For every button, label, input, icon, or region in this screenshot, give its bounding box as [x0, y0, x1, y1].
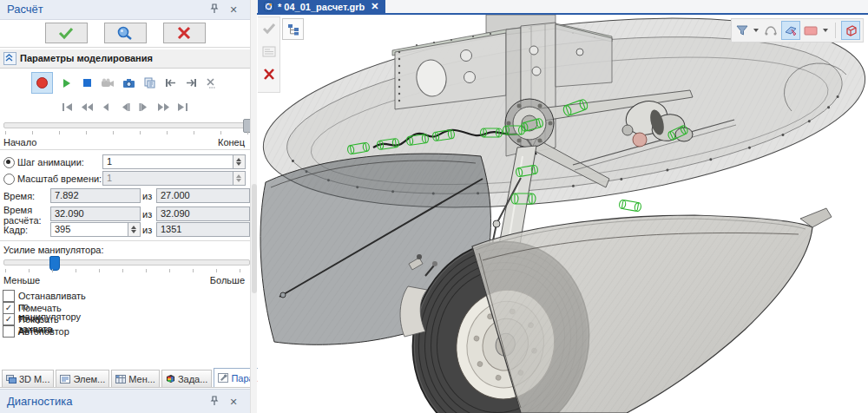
copy-frames-icon[interactable]	[142, 75, 157, 90]
time-scale-input[interactable]: 1	[102, 171, 246, 186]
force-slider[interactable]	[3, 259, 250, 266]
record-button[interactable]	[31, 72, 53, 94]
section-header[interactable]: Параметры моделирования	[0, 49, 250, 69]
checkbox: ✓	[3, 302, 15, 314]
skip-start-button[interactable]	[61, 100, 76, 114]
application-window: Расчёт ✕ Пара	[0, 0, 868, 413]
selectable-elements-icon[interactable]	[762, 21, 779, 40]
apply-disabled-icon	[258, 17, 279, 40]
photo-camera-icon[interactable]	[122, 75, 136, 90]
tab-menu[interactable]: Мен...	[111, 370, 160, 387]
frame-spinner[interactable]	[128, 223, 140, 236]
frame-back-button[interactable]	[118, 100, 133, 114]
force-less-label: Меньше	[3, 275, 40, 285]
time-total: 27.000	[156, 188, 250, 203]
force-label: Усилие манипулятора:	[3, 245, 103, 255]
timeline-ticks	[5, 131, 248, 134]
frame-label: Кадр:	[3, 225, 28, 235]
calculation-panel: Расчёт ✕ Пара	[0, 0, 250, 413]
tab-elements[interactable]: Элем...	[56, 370, 109, 387]
step-spinner[interactable]	[233, 155, 245, 168]
properties-disabled-icon	[258, 40, 279, 62]
frame-forward-button[interactable]	[137, 100, 152, 114]
time-value: 7.892	[50, 188, 141, 203]
calc-time-label: Время расчёта:	[3, 205, 47, 226]
diagnostics-pin-icon[interactable]	[208, 396, 220, 408]
video-camera-icon[interactable]	[101, 75, 115, 90]
frame-total: 1351	[156, 222, 250, 237]
panel-titlebar: Расчёт ✕	[0, 0, 250, 20]
timeline-end-label: Конец	[218, 137, 245, 148]
ok-button[interactable]	[45, 23, 88, 43]
document-tab-label: * 04_01_расчет.grb	[278, 2, 365, 12]
rewind-button[interactable]	[80, 100, 95, 114]
checkbox: ✓	[3, 313, 15, 325]
record-toolbar	[0, 71, 250, 95]
panel-close-icon[interactable]: ✕	[227, 3, 240, 16]
document-tab[interactable]: * 04_01_расчет.grb ✕	[258, 0, 385, 13]
play-button[interactable]	[59, 75, 74, 90]
document-close-icon[interactable]: ✕	[371, 1, 378, 12]
3d-viewport[interactable]	[258, 15, 868, 413]
scale-spinner	[233, 172, 245, 185]
pin-icon[interactable]	[208, 3, 220, 16]
calc-time-value: 32.090	[50, 206, 141, 221]
of-label: из	[142, 191, 152, 201]
animation-step-radio[interactable]	[3, 157, 15, 168]
preview-button[interactable]	[104, 23, 147, 43]
playback-toolbar	[0, 97, 250, 116]
diagnostics-titlebar: Диагностика ✕	[0, 389, 250, 413]
fast-forward-button[interactable]	[156, 100, 171, 114]
cancel-button[interactable]	[163, 23, 206, 43]
animation-step-input[interactable]: 1	[102, 154, 246, 169]
material-dropdown-caret[interactable]	[823, 29, 828, 32]
tab-3d-model[interactable]: 3D М...	[2, 370, 54, 387]
cancel-view-icon[interactable]	[258, 62, 279, 85]
to-end-marker-icon[interactable]	[184, 75, 199, 90]
panel-bottom-tabs: 3D М... Элем... Мен... Зада... Пара...	[0, 369, 250, 388]
section-title: Параметры моделирования	[20, 53, 153, 63]
wireframe-box-icon[interactable]	[841, 21, 860, 40]
force-more-label: Больше	[210, 275, 245, 285]
step-back-button[interactable]	[99, 100, 114, 114]
panel-scrollbar[interactable]	[250, 0, 257, 413]
checkbox-label: Автоповтор	[18, 326, 69, 337]
toolbar-divider	[835, 23, 836, 38]
calc-time-total: 32.090	[156, 206, 250, 221]
force-ticks	[5, 269, 248, 272]
timeline-start-label: Начало	[3, 137, 36, 148]
landing-gear-model	[258, 15, 868, 413]
time-label: Время:	[3, 191, 35, 201]
frame-input[interactable]: 395	[50, 222, 141, 237]
clip-plane-icon[interactable]	[781, 21, 800, 40]
of-label: из	[142, 209, 152, 220]
to-start-marker-icon[interactable]	[163, 75, 178, 90]
time-scale-label: Масштаб времени:	[17, 174, 102, 184]
filter-dropdown-caret[interactable]	[753, 29, 759, 32]
panel-title: Расчёт	[7, 3, 43, 16]
structure-tree-button[interactable]	[282, 18, 304, 40]
animation-step-label: Шаг анимации:	[17, 157, 84, 167]
filter-icon[interactable]	[734, 21, 750, 40]
wheel-fairing	[472, 208, 832, 413]
material-color-icon[interactable]	[802, 21, 819, 40]
checkbox	[3, 290, 15, 302]
checkbox	[3, 325, 15, 338]
diagnostics-title: Диагностика	[7, 395, 72, 408]
tab-tasks[interactable]: Зада...	[161, 370, 212, 387]
time-scale-radio[interactable]	[3, 174, 15, 185]
document-icon	[264, 2, 273, 11]
of-label: из	[142, 225, 152, 235]
clear-record-icon[interactable]	[205, 75, 220, 90]
stop-button[interactable]	[80, 75, 95, 90]
collapse-chevron-icon[interactable]	[3, 52, 16, 65]
view-filter-toolbar	[731, 18, 864, 43]
skip-end-button[interactable]	[175, 100, 190, 114]
view-mini-toolbar	[258, 16, 280, 93]
diagnostics-close-icon[interactable]: ✕	[227, 396, 240, 408]
scrollbar-thumb[interactable]	[252, 184, 257, 293]
timeline-slider[interactable]	[3, 122, 250, 128]
panel-action-buttons	[0, 23, 250, 43]
